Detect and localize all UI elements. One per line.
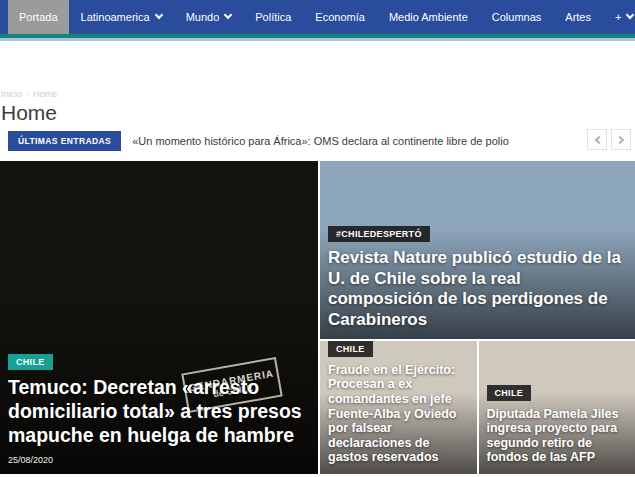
main-nav: Portada Latinoamerica Mundo Política Eco…	[0, 0, 635, 34]
nav-item-economia[interactable]: Economía	[303, 0, 377, 34]
header-spacer	[0, 41, 635, 89]
breadcrumb-separator: ›	[26, 89, 29, 99]
nav-item-more[interactable]: +	[603, 0, 635, 34]
article-title[interactable]: Fraude en el Ejército: Procesan a ex com…	[328, 363, 470, 465]
chevron-down-icon	[626, 11, 634, 19]
secondary-article-card[interactable]: #CHILEDESPERTÓ Revista Nature publicó es…	[320, 161, 635, 339]
featured-article-title[interactable]: Temuco: Decretan «arresto domiciliario t…	[8, 376, 308, 448]
breadcrumb-current: Home	[33, 89, 57, 99]
ticker-prev-button[interactable]	[587, 129, 607, 150]
article-card-fraude-ejercito[interactable]: CHILE Fraude en el Ejército: Procesan a …	[320, 341, 477, 474]
category-badge-chile[interactable]: CHILE	[8, 354, 53, 370]
featured-article-card[interactable]: GENDARMERIA de CHILE CHILE Temuco: Decre…	[0, 161, 318, 474]
article-caption: CHILE Fraude en el Ejército: Procesan a …	[320, 341, 477, 474]
secondary-article-title[interactable]: Revista Nature publicó estudio de la U. …	[328, 248, 628, 330]
category-badge-chiledesperto[interactable]: #CHILEDESPERTÓ	[328, 226, 430, 242]
nav-item-mundo[interactable]: Mundo	[174, 0, 244, 34]
chevron-left-icon	[594, 135, 602, 143]
featured-grid: GENDARMERIA de CHILE CHILE Temuco: Decre…	[0, 161, 635, 474]
category-badge-chile[interactable]: CHILE	[487, 385, 532, 401]
breadcrumb-home-link[interactable]: Inicio	[1, 89, 22, 99]
page-title: Home	[1, 101, 635, 125]
breadcrumb: Inicio›Home	[1, 89, 635, 99]
right-column: #CHILEDESPERTÓ Revista Nature publicó es…	[320, 161, 635, 474]
ticker-headline-link[interactable]: «Un momento histórico para África»: OMS …	[132, 135, 509, 147]
nav-item-label: Latinoamerica	[81, 11, 150, 23]
secondary-caption: #CHILEDESPERTÓ Revista Nature publicó es…	[320, 223, 635, 339]
nav-item-medio-ambiente[interactable]: Medio Ambiente	[377, 0, 480, 34]
nav-item-label: +	[615, 11, 621, 23]
chevron-down-icon	[154, 11, 162, 19]
ticker-controls	[587, 129, 631, 150]
nav-item-label: Mundo	[186, 11, 220, 23]
latest-entries-ticker: ÚLTIMAS ENTRADAS «Un momento histórico p…	[8, 130, 635, 152]
nav-item-artes[interactable]: Artes	[553, 0, 603, 34]
featured-caption: CHILE Temuco: Decretan «arresto domicili…	[0, 351, 318, 474]
chevron-down-icon	[224, 11, 232, 19]
nav-item-portada[interactable]: Portada	[8, 0, 69, 34]
article-title[interactable]: Diputada Pamela Jiles ingresa proyecto p…	[487, 407, 629, 466]
category-badge-chile[interactable]: CHILE	[328, 341, 373, 357]
chevron-right-icon	[615, 135, 623, 143]
ticker-badge: ÚLTIMAS ENTRADAS	[8, 131, 121, 151]
article-card-pamela-jiles[interactable]: CHILE Diputada Pamela Jiles ingresa proy…	[479, 341, 635, 474]
bottom-row: CHILE Fraude en el Ejército: Procesan a …	[320, 341, 635, 474]
ticker-next-button[interactable]	[611, 129, 631, 150]
featured-article-date: 25/08/2020	[8, 455, 308, 465]
nav-item-politica[interactable]: Política	[243, 0, 303, 34]
nav-item-latinoamerica[interactable]: Latinoamerica	[69, 0, 174, 34]
nav-item-columnas[interactable]: Columnas	[480, 0, 554, 34]
article-caption: CHILE Diputada Pamela Jiles ingresa proy…	[479, 382, 635, 475]
